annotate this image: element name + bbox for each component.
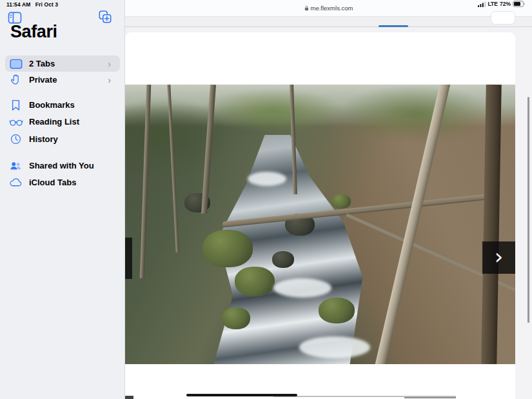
cloud-icon [8, 176, 24, 189]
filmstrip-thumbnail-fragment [125, 396, 133, 399]
url-text: me.flexmls.com [311, 5, 353, 12]
sidebar-item-private[interactable]: Private › [5, 72, 120, 88]
sidebar-item-bookmarks[interactable]: Bookmarks [5, 97, 120, 113]
safari-sidebar: 11:54 AM Fri Oct 3 [0, 0, 125, 399]
shared-people-icon [8, 159, 24, 172]
lock-icon [304, 5, 309, 11]
new-tab-group-button[interactable] [97, 9, 113, 25]
horizontal-scrollbar-thumb[interactable] [186, 394, 297, 396]
address-bar[interactable]: me.flexmls.com [125, 5, 532, 12]
chevron-right-icon: › [108, 59, 111, 68]
sidebar-item-label: History [29, 134, 120, 144]
photo-rock-texture [319, 298, 355, 323]
bookmark-icon [8, 99, 24, 112]
photo-rock-texture [331, 194, 351, 209]
photo-water-foam [299, 336, 370, 358]
sidebar-item-history[interactable]: History [5, 131, 120, 147]
new-tab-group-icon [98, 10, 112, 24]
next-photo-button[interactable]: › [482, 241, 515, 274]
sidebar-item-label: Bookmarks [29, 100, 120, 110]
photo-water-foam [273, 278, 331, 298]
sidebar-item-label: iCloud Tabs [29, 178, 120, 187]
vertical-scrollbar[interactable] [527, 97, 529, 323]
photo-foliage-texture [338, 85, 493, 143]
sidebar-item-tabs[interactable]: 2 Tabs › [5, 56, 120, 72]
chevron-right-icon: › [108, 76, 111, 85]
sidebar-item-shared-with-you[interactable]: Shared with You [5, 158, 120, 174]
status-date: Fri Oct 3 [35, 1, 58, 8]
glasses-icon [8, 116, 24, 128]
tab-bar[interactable] [125, 16, 532, 27]
horizontal-scrollbar-segment [404, 397, 456, 398]
tabs-icon [8, 57, 24, 70]
chevron-right-icon: › [495, 245, 504, 267]
photo-rock-texture [202, 230, 253, 267]
sidebar-item-label: Reading List [29, 117, 120, 127]
sidebar-item-label: Shared with You [29, 161, 120, 170]
sidebar-item-reading-list[interactable]: Reading List [5, 114, 120, 130]
photo-rock-texture [222, 307, 250, 329]
status-time: 11:54 AM [6, 1, 30, 8]
listing-photo: › 05/05/2017 08:48 [125, 85, 515, 364]
sidebar-item-icloud-tabs[interactable]: iCloud Tabs [5, 174, 120, 190]
sidebar-item-label: Private [29, 75, 108, 85]
partial-tab-button[interactable] [491, 11, 515, 25]
statusbar-left: 11:54 AM Fri Oct 3 [6, 1, 58, 8]
photo-rock-texture [272, 251, 294, 268]
webpage-content: › 05/05/2017 08:48 [125, 32, 515, 399]
ipad-screen: 11:54 AM Fri Oct 3 [0, 0, 532, 399]
sidebar-item-label: 2 Tabs [29, 59, 108, 68]
sidebar-title: Safari [10, 22, 57, 42]
photo-rock-texture [235, 267, 275, 296]
photo-water-foam [248, 172, 286, 186]
previous-photo-button[interactable] [125, 238, 132, 279]
clock-icon [8, 133, 24, 146]
browser-main: LTE 72% me.flexmls.com [125, 0, 532, 399]
private-hand-icon [8, 74, 24, 87]
